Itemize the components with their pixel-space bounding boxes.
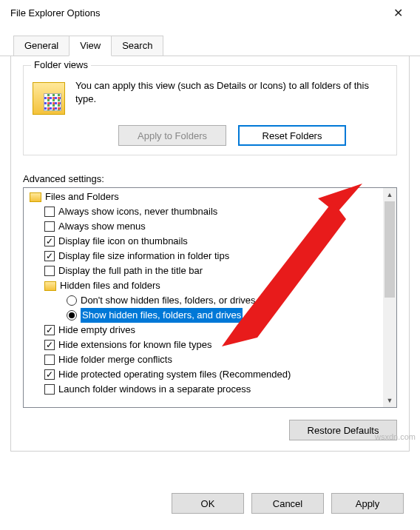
tree-item-label: Display file icon on thumbnails xyxy=(58,234,188,249)
tab-pane-view: Folder views You can apply this view (su… xyxy=(10,56,410,452)
tree-item: Hidden files and folders xyxy=(24,278,383,293)
checkbox[interactable]: ✓ xyxy=(44,251,55,261)
scroll-down-icon[interactable]: ▼ xyxy=(383,394,396,407)
ok-button[interactable]: OK xyxy=(172,493,244,514)
tree-item-label: Display file size information in folder … xyxy=(58,249,229,264)
window-title: File Explorer Options xyxy=(10,7,100,19)
tree-item[interactable]: Display the full path in the title bar xyxy=(24,264,383,278)
tree-item-label: Launch folder windows in a separate proc… xyxy=(58,382,251,397)
tree-item-label: Hide protected operating system files (R… xyxy=(58,367,291,382)
tree-viewport: Files and FoldersAlways show icons, neve… xyxy=(24,188,383,407)
tab-row: General View Search xyxy=(0,35,420,56)
folder-icon xyxy=(44,281,56,291)
checkbox[interactable]: ✓ xyxy=(44,325,55,335)
apply-button[interactable]: Apply xyxy=(331,493,404,514)
tree-item[interactable]: Hide folder merge conflicts xyxy=(24,352,383,367)
checkbox[interactable] xyxy=(44,355,55,365)
scroll-track[interactable] xyxy=(383,201,396,394)
scroll-thumb[interactable] xyxy=(385,201,395,298)
tree-item-label: Hidden files and folders xyxy=(60,278,160,293)
tree-item[interactable]: Launch folder windows in a separate proc… xyxy=(24,382,383,397)
checkbox[interactable] xyxy=(44,207,55,217)
tree-item-label: Don't show hidden files, folders, or dri… xyxy=(81,293,256,308)
checkbox[interactable] xyxy=(44,266,55,276)
tree-item-label: Hide empty drives xyxy=(58,323,135,338)
tree-item[interactable]: ✓Hide extensions for known file types xyxy=(24,338,383,352)
tree-item[interactable]: ✓Display file size information in folder… xyxy=(24,249,383,264)
checkbox[interactable] xyxy=(44,221,55,232)
folder-views-group: Folder views You can apply this view (su… xyxy=(23,65,397,155)
dialog-button-row: OK Cancel Apply xyxy=(172,493,404,514)
watermark-text: wsxdn.com xyxy=(375,432,416,441)
checkbox[interactable]: ✓ xyxy=(44,340,55,350)
folder-views-text: You can apply this view (such as Details… xyxy=(75,79,387,105)
folder-views-icon xyxy=(33,82,65,115)
tree-item[interactable]: Don't show hidden files, folders, or dri… xyxy=(24,293,383,308)
close-icon[interactable]: ✕ xyxy=(383,6,413,20)
checkbox[interactable] xyxy=(44,384,55,395)
reset-folders-button[interactable]: Reset Folders xyxy=(238,125,346,146)
tree-item-label: Hide folder merge conflicts xyxy=(58,352,172,367)
tree-item-label: Hide extensions for known file types xyxy=(58,338,211,352)
apply-to-folders-button: Apply to Folders xyxy=(118,125,226,146)
tree-item[interactable]: Always show menus xyxy=(24,219,383,234)
advanced-settings-label: Advanced settings: xyxy=(23,173,397,184)
tab-view[interactable]: View xyxy=(69,36,112,56)
tree-item-label: Show hidden files, folders, and drives xyxy=(81,308,243,323)
cancel-button[interactable]: Cancel xyxy=(251,493,324,514)
tab-general[interactable]: General xyxy=(13,36,70,56)
checkbox[interactable]: ✓ xyxy=(44,236,55,246)
tree-item[interactable]: ✓Hide empty drives xyxy=(24,323,383,338)
tree-item[interactable]: ✓Display file icon on thumbnails xyxy=(24,234,383,249)
checkbox[interactable]: ✓ xyxy=(44,369,55,380)
tab-search[interactable]: Search xyxy=(111,36,163,56)
tree-item[interactable]: Always show icons, never thumbnails xyxy=(24,204,383,219)
scroll-up-icon[interactable]: ▲ xyxy=(383,188,396,201)
radio[interactable] xyxy=(67,310,77,321)
tree-item[interactable]: ✓Hide protected operating system files (… xyxy=(24,367,383,382)
tree-item-label: Always show menus xyxy=(58,219,146,234)
folder-icon xyxy=(30,192,41,202)
tree-item-label: Display the full path in the title bar xyxy=(58,264,203,278)
tree-item-label: Files and Folders xyxy=(45,189,119,204)
tree-item-label: Always show icons, never thumbnails xyxy=(58,204,217,219)
tree-scrollbar[interactable]: ▲ ▼ xyxy=(383,188,396,407)
folder-views-legend: Folder views xyxy=(31,59,91,70)
advanced-settings-tree: Files and FoldersAlways show icons, neve… xyxy=(23,187,397,408)
tree-item[interactable]: Show hidden files, folders, and drives xyxy=(24,308,383,323)
radio[interactable] xyxy=(67,295,77,306)
tree-item: Files and Folders xyxy=(24,189,383,204)
